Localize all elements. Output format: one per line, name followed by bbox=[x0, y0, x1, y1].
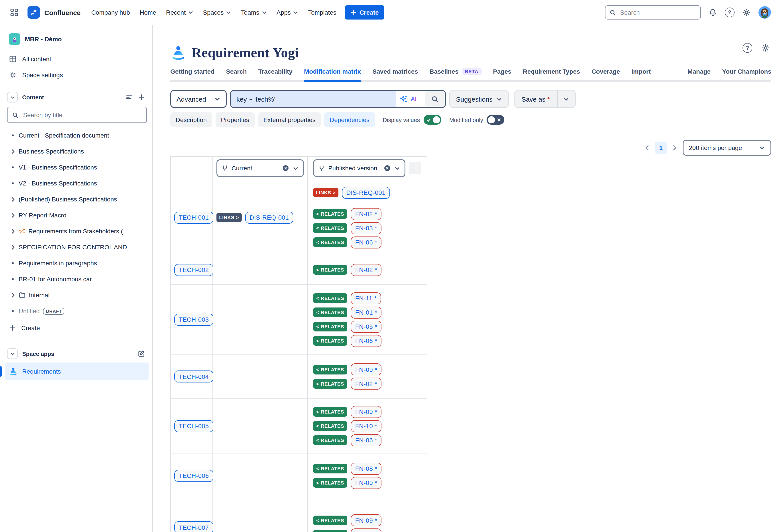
requirement-key-pill[interactable]: TECH-002 bbox=[174, 264, 213, 276]
nav-teams[interactable]: Teams bbox=[241, 9, 267, 16]
run-search-button[interactable] bbox=[425, 91, 445, 106]
app-settings-gear-icon[interactable] bbox=[761, 44, 770, 52]
related-requirement-pill[interactable]: FN-02 * bbox=[351, 208, 381, 220]
tab-search[interactable]: Search bbox=[226, 68, 247, 80]
page-item-current-specification[interactable]: Current - Specification document bbox=[5, 127, 149, 143]
tab-modification-matrix[interactable]: Modification matrix bbox=[304, 68, 361, 80]
page-item-requirements-in-paragraphs[interactable]: Requirements in paragraphs bbox=[5, 255, 149, 271]
page-item-internal[interactable]: Internal bbox=[5, 287, 149, 303]
tab-traceability[interactable]: Traceability bbox=[258, 68, 293, 80]
page-item-v2-business-specifications[interactable]: V2 - Business Specifications bbox=[5, 175, 149, 191]
requirement-key-pill[interactable]: TECH-004 bbox=[174, 371, 213, 382]
sidebar-search-field[interactable] bbox=[22, 111, 126, 119]
related-requirement-pill[interactable]: FN-02 * bbox=[351, 378, 381, 390]
add-column-button[interactable] bbox=[409, 162, 421, 174]
chevron-right-icon[interactable] bbox=[7, 212, 19, 218]
requirement-key-pill[interactable]: TECH-001 bbox=[174, 211, 213, 223]
nav-spaces[interactable]: Spaces bbox=[203, 9, 231, 16]
nav-apps[interactable]: Apps bbox=[277, 9, 298, 16]
requirement-key-pill[interactable]: TECH-003 bbox=[174, 313, 213, 325]
ai-assist-button[interactable]: AI bbox=[396, 94, 425, 103]
create-button[interactable]: Create bbox=[345, 5, 384, 19]
related-requirement-pill[interactable]: FN-06 * bbox=[351, 335, 381, 347]
notifications-bell-icon[interactable] bbox=[708, 8, 717, 17]
save-as-button[interactable]: Save as* bbox=[514, 90, 557, 107]
sidebar-search[interactable] bbox=[7, 107, 147, 123]
related-requirement-pill[interactable]: FN-01 * bbox=[351, 306, 381, 318]
filter-icon[interactable] bbox=[126, 94, 133, 101]
nav-company-hub[interactable]: Company hub bbox=[91, 9, 130, 16]
clear-column-icon[interactable] bbox=[384, 165, 391, 172]
query-text[interactable]: key ~ 'tech%' bbox=[231, 91, 396, 107]
help-icon[interactable]: ? bbox=[725, 8, 734, 17]
tab-saved-matrices[interactable]: Saved matrices bbox=[372, 68, 418, 80]
page-number[interactable]: 1 bbox=[655, 142, 667, 154]
related-requirement-pill[interactable]: FN-02 * bbox=[351, 264, 381, 276]
column-selector-current[interactable]: Current bbox=[217, 159, 304, 177]
chevron-right-icon[interactable] bbox=[7, 292, 19, 298]
chevron-right-icon[interactable] bbox=[7, 196, 19, 202]
chevron-right-icon[interactable] bbox=[7, 228, 19, 234]
chip-properties[interactable]: Properties bbox=[216, 112, 255, 127]
tab-baselines[interactable]: BaselinesBETA bbox=[430, 68, 481, 80]
page-item-published-business-specifications[interactable]: (Published) Business Specifications bbox=[5, 191, 149, 207]
related-requirement-pill[interactable]: FN-11 * bbox=[351, 292, 381, 304]
related-requirement-pill[interactable]: FN-03 * bbox=[351, 222, 381, 234]
query-mode-select[interactable]: Advanced bbox=[170, 90, 227, 108]
page-item-requirements-from-stakeholders[interactable]: Requirements from Stakeholders (... bbox=[5, 223, 149, 239]
tab-manage[interactable]: Manage bbox=[688, 68, 711, 80]
previous-page-icon[interactable] bbox=[644, 144, 651, 151]
related-requirement-pill[interactable]: FN-06 * bbox=[351, 236, 381, 248]
suggestions-button[interactable]: Suggestions bbox=[449, 90, 509, 108]
app-switcher-icon[interactable] bbox=[7, 5, 21, 19]
related-requirement-pill[interactable]: FN-04 * bbox=[351, 528, 381, 532]
space-apps-collapse-chevron-icon[interactable] bbox=[7, 348, 18, 359]
tab-your-champions[interactable]: Your Champions bbox=[722, 68, 771, 80]
linked-requirement-pill[interactable]: DIS-REQ-001 bbox=[245, 211, 293, 223]
nav-home[interactable]: Home bbox=[140, 9, 156, 16]
tab-getting-started[interactable]: Getting started bbox=[170, 68, 215, 80]
related-requirement-pill[interactable]: FN-09 * bbox=[351, 363, 381, 375]
linked-requirement-pill[interactable]: DIS-REQ-001 bbox=[342, 186, 390, 199]
related-requirement-pill[interactable]: FN-05 * bbox=[351, 321, 381, 332]
sidebar-item-requirements[interactable]: Requirements bbox=[5, 363, 149, 380]
add-content-icon[interactable] bbox=[138, 94, 145, 101]
related-requirement-pill[interactable]: FN-06 * bbox=[351, 434, 381, 446]
column-selector-published-version[interactable]: Published version bbox=[313, 159, 405, 177]
chip-external-properties[interactable]: External properties bbox=[258, 112, 321, 127]
global-search-input[interactable] bbox=[605, 5, 701, 19]
chevron-right-icon[interactable] bbox=[7, 148, 19, 154]
related-requirement-pill[interactable]: FN-10 * bbox=[351, 420, 381, 432]
related-requirement-pill[interactable]: FN-09 * bbox=[351, 477, 381, 489]
nav-recent[interactable]: Recent bbox=[166, 9, 193, 16]
tab-pages[interactable]: Pages bbox=[493, 68, 512, 80]
global-search-field[interactable] bbox=[619, 8, 683, 16]
requirement-key-pill[interactable]: TECH-006 bbox=[174, 470, 213, 482]
page-item-untitled-draft[interactable]: UntitledDRAFT bbox=[5, 303, 149, 319]
confluence-logo-icon[interactable] bbox=[27, 6, 40, 19]
chevron-right-icon[interactable] bbox=[7, 244, 19, 250]
content-collapse-chevron-icon[interactable] bbox=[7, 92, 18, 102]
app-help-icon[interactable]: ? bbox=[743, 43, 752, 53]
requirement-key-pill[interactable]: TECH-005 bbox=[174, 420, 213, 432]
related-requirement-pill[interactable]: FN-09 * bbox=[351, 514, 381, 526]
sidebar-create-button[interactable]: Create bbox=[5, 320, 149, 336]
items-per-page-select[interactable]: 200 items per page bbox=[683, 140, 771, 156]
display-values-toggle[interactable] bbox=[423, 115, 441, 125]
related-requirement-pill[interactable]: FN-08 * bbox=[351, 463, 381, 474]
settings-gear-icon[interactable] bbox=[742, 8, 751, 17]
edit-icon[interactable] bbox=[138, 350, 145, 357]
chip-description[interactable]: Description bbox=[170, 112, 212, 127]
user-avatar[interactable] bbox=[759, 6, 771, 19]
chip-dependencies[interactable]: Dependencies bbox=[324, 112, 375, 127]
page-item-ry-report-macro[interactable]: RY Report Macro bbox=[5, 207, 149, 223]
sidebar-item-all-content[interactable]: All content bbox=[5, 51, 149, 67]
related-requirement-pill[interactable]: FN-09 * bbox=[351, 406, 381, 418]
page-item-br-01-autonomous-car[interactable]: BR-01 for Autonomous car bbox=[5, 271, 149, 287]
clear-column-icon[interactable] bbox=[282, 165, 289, 172]
tab-import[interactable]: Import bbox=[631, 68, 651, 80]
tab-coverage[interactable]: Coverage bbox=[592, 68, 620, 80]
next-page-icon[interactable] bbox=[671, 144, 678, 151]
modified-only-toggle[interactable] bbox=[487, 115, 504, 125]
space-header[interactable]: MBR - Démo bbox=[5, 31, 149, 51]
